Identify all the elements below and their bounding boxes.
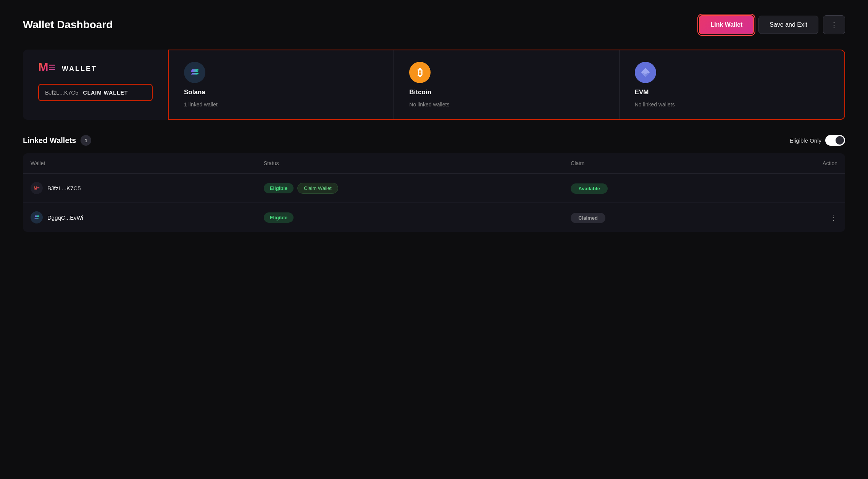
action-cell-1 bbox=[742, 174, 845, 203]
eligible-badge-2: Eligible bbox=[264, 212, 294, 223]
claim-wallet-link[interactable]: CLAIM WALLET bbox=[83, 90, 128, 96]
solana-network-status: 1 linked wallet bbox=[184, 101, 218, 108]
wallet-cell-1: M≡ BJfzL...K7C5 bbox=[23, 174, 256, 203]
network-cards-container: Solana 1 linked wallet ₿ Bitcoin No link… bbox=[168, 50, 845, 120]
save-exit-button[interactable]: Save and Exit bbox=[758, 16, 818, 34]
evm-network-status: No linked wallets bbox=[635, 101, 675, 108]
wallet-icon-sol bbox=[31, 211, 43, 223]
me-wallet-label: WALLET bbox=[62, 65, 97, 73]
me-brand-icon: M≡ bbox=[38, 60, 55, 74]
solana-icon bbox=[184, 62, 205, 83]
bitcoin-icon: ₿ bbox=[409, 62, 431, 83]
toggle-knob bbox=[836, 136, 844, 145]
linked-wallets-header: Linked Wallets 1 Eligible Only bbox=[23, 135, 845, 146]
wallet-name-1: BJfzL...K7C5 bbox=[47, 185, 81, 191]
col-wallet: Wallet bbox=[23, 153, 256, 174]
header-actions: Link Wallet Save and Exit ⋮ bbox=[699, 15, 845, 34]
bitcoin-network-status: No linked wallets bbox=[409, 101, 449, 108]
eligible-only-control: Eligible Only bbox=[790, 135, 845, 146]
more-options-button[interactable]: ⋮ bbox=[823, 15, 845, 34]
page-title: Wallet Dashboard bbox=[23, 19, 113, 31]
wallet-icon-me: M≡ bbox=[31, 182, 43, 194]
network-card-solana[interactable]: Solana 1 linked wallet bbox=[169, 50, 394, 119]
me-logo: M≡ WALLET bbox=[38, 61, 153, 76]
link-wallet-button[interactable]: Link Wallet bbox=[699, 15, 754, 34]
network-card-evm[interactable]: EVM No linked wallets bbox=[620, 50, 844, 119]
evm-icon bbox=[635, 62, 656, 83]
wallet-address-claim-box[interactable]: BJfzL...K7C5 CLAIM WALLET bbox=[38, 84, 153, 101]
action-cell-2[interactable]: ⋮ bbox=[742, 203, 845, 232]
network-card-bitcoin[interactable]: ₿ Bitcoin No linked wallets bbox=[394, 50, 619, 119]
page-header: Wallet Dashboard Link Wallet Save and Ex… bbox=[23, 15, 845, 34]
table-row: M≡ BJfzL...K7C5 Eligible Claim Wallet Av… bbox=[23, 174, 845, 203]
solana-network-name: Solana bbox=[184, 88, 205, 96]
status-cell-1: Eligible Claim Wallet bbox=[256, 174, 563, 203]
wallet-cell-2: DggqC...EvWi bbox=[23, 203, 256, 232]
wallet-address-text: BJfzL...K7C5 bbox=[45, 89, 79, 96]
eligible-badge-1: Eligible bbox=[264, 183, 294, 193]
claimed-badge-2: Claimed bbox=[571, 213, 605, 223]
col-claim: Claim bbox=[563, 153, 742, 174]
evm-network-name: EVM bbox=[635, 88, 649, 96]
row-more-button-2[interactable]: ⋮ bbox=[830, 213, 837, 222]
linked-wallets-label: Linked Wallets bbox=[23, 136, 76, 145]
me-logo-icon: M≡ bbox=[38, 61, 57, 76]
claim-cell-2: Claimed bbox=[563, 203, 742, 232]
me-wallet-card: M≡ WALLET BJfzL...K7C5 CLAIM WALLET bbox=[23, 50, 168, 120]
claim-wallet-button-1[interactable]: Claim Wallet bbox=[297, 183, 338, 194]
status-cell-2: Eligible bbox=[256, 203, 563, 232]
linked-wallets-title-group: Linked Wallets 1 bbox=[23, 135, 91, 146]
table-row: DggqC...EvWi Eligible Claimed ⋮ bbox=[23, 203, 845, 232]
claim-cell-1: Available bbox=[563, 174, 742, 203]
table-header-row: Wallet Status Claim Action bbox=[23, 153, 845, 174]
col-status: Status bbox=[256, 153, 563, 174]
wallet-info-row: M≡ WALLET BJfzL...K7C5 CLAIM WALLET bbox=[23, 50, 845, 120]
available-badge-1: Available bbox=[571, 183, 608, 194]
eligible-only-label: Eligible Only bbox=[790, 137, 821, 144]
linked-wallets-table: Wallet Status Claim Action M≡ BJfzL...K7… bbox=[23, 153, 845, 232]
eligible-only-toggle[interactable] bbox=[825, 135, 845, 146]
col-action: Action bbox=[742, 153, 845, 174]
linked-wallets-count: 1 bbox=[81, 135, 91, 146]
wallet-name-2: DggqC...EvWi bbox=[47, 214, 83, 221]
bitcoin-network-name: Bitcoin bbox=[409, 88, 431, 96]
